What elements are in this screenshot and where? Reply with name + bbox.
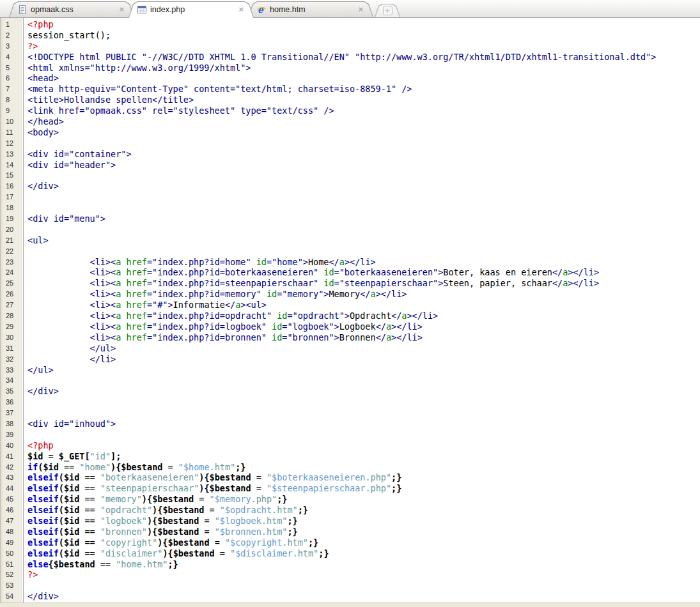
line-number: 8 xyxy=(0,95,24,105)
code-text: <div id="menu"> xyxy=(24,213,700,224)
code-text: <link href="opmaak.css" rel="stylesheet"… xyxy=(24,105,700,116)
code-text xyxy=(24,375,700,386)
line-number: 43 xyxy=(0,472,24,483)
code-line: 21 <ul> xyxy=(0,235,700,246)
line-number: 6 xyxy=(0,73,24,84)
code-line: 9 <link href="opmaak.css" rel="styleshee… xyxy=(0,105,700,116)
editor-tab-home-htm[interactable]: e home.htm × xyxy=(248,1,373,17)
code-line: 50 elseif($id == "disclaimer"){$bestand … xyxy=(0,548,700,559)
line-number: 4 xyxy=(0,52,24,63)
plus-icon: + xyxy=(383,6,393,15)
code-text: else{$bestand == "home.htm";} xyxy=(24,559,700,570)
code-line: 33 </ul> xyxy=(0,365,700,376)
code-text: ?> xyxy=(24,41,700,52)
code-text: <?php xyxy=(24,440,700,451)
code-line: 16 </div> xyxy=(0,181,700,192)
code-text: if($id == "home"){$bestand = "$home.htm"… xyxy=(24,462,700,473)
editor-tab-index-php[interactable]: index.php × xyxy=(128,1,254,18)
ie-file-icon: e xyxy=(256,4,267,15)
code-editor[interactable]: 1 <?php 2 session_start(); 3 ?> 4 <!DOCT… xyxy=(0,18,700,603)
code-line: 47 elseif($id == "logboek"){$bestand = "… xyxy=(0,516,700,526)
code-line: 1 <?php xyxy=(0,19,700,30)
line-number: 36 xyxy=(0,397,24,408)
close-tab-icon[interactable]: × xyxy=(237,5,245,14)
line-number: 50 xyxy=(0,548,24,559)
code-text: elseif($id == "memory"){$bestand = "$mem… xyxy=(24,494,700,505)
tab-label: home.htm xyxy=(270,5,306,14)
line-number: 52 xyxy=(0,569,24,580)
line-number: 31 xyxy=(0,343,24,354)
code-text: <li><a href="index.php?id=opdracht" id="… xyxy=(24,311,700,321)
editor-window: opmaak.css × index.php × e home.htm × + … xyxy=(0,0,700,607)
code-line: 42 if($id == "home"){$bestand = "$home.h… xyxy=(0,462,700,473)
line-number: 48 xyxy=(0,526,24,537)
line-number: 9 xyxy=(0,105,24,116)
code-text: <li><a href="index.php?id=boterkaaseneie… xyxy=(24,267,700,278)
line-number: 40 xyxy=(0,440,24,451)
line-number: 17 xyxy=(0,192,24,203)
text-file-icon xyxy=(17,4,27,15)
code-line: 6 <head> xyxy=(0,73,700,84)
code-text xyxy=(24,203,700,213)
line-number: 28 xyxy=(0,311,24,321)
code-line: 45 elseif($id == "memory"){$bestand = "$… xyxy=(0,494,700,505)
code-line: 32 </li> xyxy=(0,354,700,365)
line-number: 19 xyxy=(0,213,24,224)
line-number: 29 xyxy=(0,321,24,332)
code-text: elseif($id == "bronnen"){$bestand = "$br… xyxy=(24,526,700,537)
code-line: 22 xyxy=(0,246,700,257)
code-text: <html xmlns="http://www.w3.org/1999/xhtm… xyxy=(24,63,700,73)
code-line: 20 xyxy=(0,224,700,235)
code-line: 7 <meta http-equiv="Content-Type" conten… xyxy=(0,84,700,95)
line-number: 10 xyxy=(0,116,24,127)
code-text: <li><a href="index.php?id=logboek" id="l… xyxy=(24,321,700,332)
code-text: <li><a href="#">Informatie</a><ul> xyxy=(24,300,700,311)
line-number: 54 xyxy=(0,591,24,602)
code-line: 48 elseif($id == "bronnen"){$bestand = "… xyxy=(0,526,700,537)
line-number: 49 xyxy=(0,537,24,548)
line-number: 26 xyxy=(0,289,24,300)
code-line: 18 xyxy=(0,203,700,213)
code-text: elseif($id == "opdracht"){$bestand = "$o… xyxy=(24,505,700,516)
code-text: </ul> xyxy=(24,365,700,376)
code-line: 52 ?> xyxy=(0,569,700,580)
code-text: <li><a href="index.php?id=steenpapiersch… xyxy=(24,278,700,289)
code-line: 17 xyxy=(0,192,700,203)
line-number: 18 xyxy=(0,203,24,213)
line-number: 2 xyxy=(0,30,24,41)
code-line: 24 <li><a href="index.php?id=boterkaasen… xyxy=(0,267,700,278)
line-number: 7 xyxy=(0,84,24,95)
line-number: 16 xyxy=(0,181,24,192)
code-line: 30 <li><a href="index.php?id=bronnen" id… xyxy=(0,332,700,343)
code-text: $id = $_GET["id"]; xyxy=(24,451,700,462)
editor-tab-opmaak-css[interactable]: opmaak.css × xyxy=(9,1,134,17)
line-number: 32 xyxy=(0,354,24,365)
close-tab-icon[interactable]: × xyxy=(357,5,364,14)
code-line: 39 xyxy=(0,429,700,440)
code-line: 34 xyxy=(0,375,700,386)
code-text: session_start(); xyxy=(24,30,700,41)
php-file-icon xyxy=(137,4,147,15)
code-text: <div id="header"> xyxy=(24,160,700,171)
code-line: 41 $id = $_GET["id"]; xyxy=(0,451,700,462)
code-line: 44 elseif($id == "steenpapierschaar"){$b… xyxy=(0,483,700,494)
code-line: 12 xyxy=(0,138,700,149)
code-line: 3 ?> xyxy=(0,41,700,52)
line-number: 37 xyxy=(0,408,24,419)
code-text xyxy=(24,397,700,408)
code-text: <div id="container"> xyxy=(24,149,700,160)
code-text: <body> xyxy=(24,127,700,138)
line-number: 20 xyxy=(0,224,24,235)
close-tab-icon[interactable]: × xyxy=(118,5,125,14)
code-text: <ul> xyxy=(24,235,700,246)
code-text: </div> xyxy=(24,181,700,192)
code-text: elseif($id == "logboek"){$bestand = "$lo… xyxy=(24,516,700,526)
line-number: 27 xyxy=(0,300,24,311)
line-number: 23 xyxy=(0,257,24,268)
code-line: 15 xyxy=(0,170,700,181)
new-tab-button[interactable]: + xyxy=(375,4,400,17)
line-number: 5 xyxy=(0,63,24,73)
line-number: 46 xyxy=(0,505,24,516)
line-number: 42 xyxy=(0,462,24,473)
code-text xyxy=(24,224,700,235)
